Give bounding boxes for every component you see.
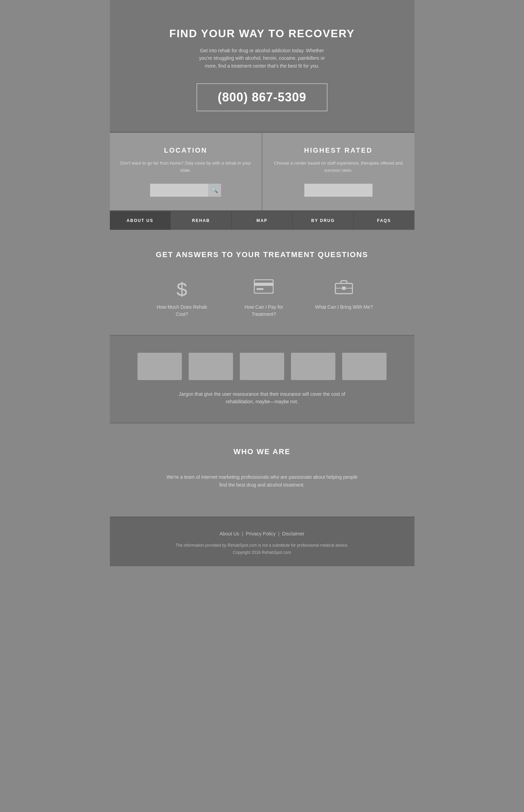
footer-link-disclaimer[interactable]: Disclaimer	[282, 531, 304, 536]
treatment-card-bring[interactable]: What Can I Bring With Me?	[315, 276, 373, 318]
treatment-card-cost[interactable]: $ How Much Does Rehab Cost?	[151, 276, 213, 318]
nav-item-faqs[interactable]: FAQS	[354, 211, 414, 230]
location-search-group: 🔍	[120, 184, 252, 197]
treatment-section: GET ANSWERS TO YOUR TREATMENT QUESTIONS …	[110, 230, 414, 335]
dollar-sign-icon: $	[151, 276, 213, 297]
svg-rect-1	[254, 280, 273, 293]
nav-item-map[interactable]: MAP	[232, 211, 293, 230]
treatment-card-cost-label: How Much Does Rehab Cost?	[151, 304, 213, 318]
who-we-are-section: WHO WE ARE We're a team of internet mark…	[110, 423, 414, 517]
svg-rect-3	[257, 288, 263, 290]
nav-item-by-drug[interactable]: BY DRUG	[293, 211, 354, 230]
nav-bar: ABOUT US REHAB MAP BY DRUG FAQS	[110, 211, 414, 230]
insurance-section: Jargon that give the user reassurance th…	[110, 335, 414, 423]
hero-title: FIND YOUR WAY TO RECOVERY	[117, 27, 408, 40]
who-we-are-title: WHO WE ARE	[117, 447, 408, 456]
footer-separator-1: |	[242, 531, 245, 536]
footer-links: About Us | Privacy Policy | Disclaimer	[117, 531, 408, 536]
footer-separator-2: |	[278, 531, 281, 536]
treatment-card-payment[interactable]: How Can I Pay for Treatment?	[233, 276, 294, 318]
insurance-logo-2	[189, 353, 233, 380]
treatment-section-title: GET ANSWERS TO YOUR TREATMENT QUESTIONS	[117, 250, 408, 259]
briefcase-icon	[315, 276, 373, 297]
treatment-cards: $ How Much Does Rehab Cost? How Can I Pa…	[117, 276, 408, 318]
search-section: LOCATION Don't want to go far from home?…	[110, 132, 414, 211]
highest-rated-description: Choose a center based on staff experienc…	[273, 160, 404, 174]
insurance-logo-1	[137, 353, 182, 380]
hero-section: FIND YOUR WAY TO RECOVERY Get into rehab…	[110, 0, 414, 132]
phone-number[interactable]: (800) 867-5309	[196, 83, 328, 111]
insurance-logo-5	[342, 353, 387, 380]
insurance-logos	[117, 353, 408, 380]
insurance-text: Jargon that give the user reassurance th…	[177, 390, 347, 406]
location-search-button[interactable]: 🔍	[208, 184, 221, 197]
footer: About Us | Privacy Policy | Disclaimer T…	[110, 517, 414, 566]
nav-item-rehab[interactable]: REHAB	[171, 211, 232, 230]
search-icon: 🔍	[211, 187, 218, 193]
svg-text:$: $	[177, 279, 187, 297]
footer-link-privacy[interactable]: Privacy Policy	[246, 531, 276, 536]
location-description: Don't want to go far from home? Stay clo…	[120, 160, 252, 174]
insurance-logo-3	[240, 353, 284, 380]
credit-card-icon	[233, 276, 294, 297]
location-col: LOCATION Don't want to go far from home?…	[110, 133, 263, 210]
highest-rated-title: HIGHEST RATED	[273, 146, 404, 154]
svg-rect-2	[254, 283, 273, 286]
location-search-input[interactable]	[150, 184, 208, 197]
nav-item-about-us[interactable]: ABOUT US	[110, 211, 171, 230]
highest-rated-col: HIGHEST RATED Choose a center based on s…	[262, 133, 414, 210]
treatment-card-payment-label: How Can I Pay for Treatment?	[233, 304, 294, 318]
rated-search-group	[273, 184, 404, 197]
insurance-logo-4	[291, 353, 335, 380]
hero-subtitle: Get into rehab for drug or alcohol addic…	[197, 47, 327, 70]
who-we-are-description: We're a team of internet marketing profe…	[163, 473, 361, 490]
treatment-card-bring-label: What Can I Bring With Me?	[315, 304, 373, 311]
svg-rect-6	[342, 286, 346, 290]
rated-search-input[interactable]	[304, 184, 373, 197]
footer-disclaimer: The information provided by RehabSpot.co…	[117, 542, 408, 556]
footer-link-about[interactable]: About Us	[220, 531, 239, 536]
location-title: LOCATION	[120, 146, 252, 154]
